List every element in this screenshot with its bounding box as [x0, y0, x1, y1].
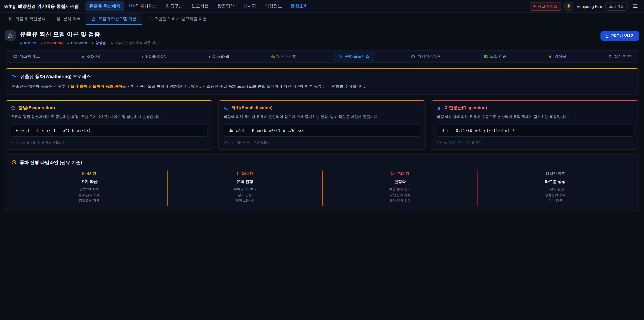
subtab-spill-analysis[interactable]: 유출유 확산분석	[3, 13, 51, 25]
stab-label: 앙상블	[554, 54, 566, 59]
badge-label: 앙상블	[96, 41, 106, 46]
droplet-icon	[437, 106, 442, 111]
weathering-description: 유출유는 해면에 유출된 직후부터 물리·화학·생물학적 풍화 과정을 거쳐 지…	[12, 83, 632, 89]
phase-detail: 장기 잔류	[482, 198, 628, 204]
hamburger-menu-button[interactable]	[631, 2, 640, 11]
page-titles: 유출유 확산 모델 이론 및 검증 ◆ KOSPS ● POSEIDON ● O…	[20, 30, 159, 46]
stab-label: KOSPS	[86, 54, 100, 59]
target-icon	[271, 54, 275, 58]
download-icon	[605, 34, 609, 38]
nav-item-emergency-rescue[interactable]: 긴급구난	[162, 1, 186, 11]
badge-label: OpenDrift	[71, 41, 87, 45]
phase-detail: 유막 급속 확대	[16, 192, 163, 198]
stab-model-validation[interactable]: 모델 검증	[479, 52, 511, 61]
bolt-icon	[548, 54, 552, 58]
stab-roadmap[interactable]: 발전 방향	[604, 52, 635, 61]
weathering-desc-highlight: 물리·화학·생물학적 풍화 과정	[70, 84, 122, 88]
check-badge-icon	[484, 54, 488, 58]
timeline-phase-4: 72시간 이후 타르볼 생성 타르볼 형성 생물분해 우세 장기 잔류	[477, 170, 632, 206]
stab-ensemble[interactable]: 앙상블	[544, 52, 571, 61]
stab-ocean-env-input[interactable]: 해양환경 입력	[407, 52, 446, 61]
process-cards: 증발(Evaporation) 유류의 경질 성분이 대기로 증발하는 과정. …	[5, 100, 639, 150]
stab-label: 시스템 개요	[19, 54, 40, 59]
weathering-title-text: 유출유 풍화(Weathering) 프로세스	[20, 74, 91, 80]
phase-details: 유화율 50-70% 점도 급증 체적 1.5-4배	[172, 186, 318, 204]
topbar: Wing 해양환경 위기대응 통합시스템 유출유 확산예측 HNS·대기확산 긴…	[0, 0, 644, 13]
nav-item-oil-spill-prediction[interactable]: 유출유 확산예측	[86, 1, 124, 11]
subtab-model-theory[interactable]: 유출유확산모델 이론	[86, 13, 142, 25]
phase-detail: 증발 20-30%	[16, 186, 163, 192]
phase-detail: 해안 표착 위험	[327, 198, 473, 204]
wave-icon	[12, 74, 17, 79]
stab-kosps[interactable]: ◆ KOSPS	[77, 52, 104, 61]
nav-item-weather-info[interactable]: 기상정보	[261, 1, 286, 11]
nav-item-aerial-search[interactable]: 항공탐색	[214, 1, 238, 11]
stab-particle-tracking[interactable]: 입자추적법	[266, 52, 301, 61]
phase-time: 6 - 24시간	[172, 171, 318, 176]
stab-weathering-process[interactable]: 풍화 프로세스	[334, 52, 374, 61]
circle-icon: ●	[67, 41, 69, 45]
sub-tabbar: 유출유 확산분석 분석 목록 유출유확산모델 이론 오일펜스 배치 알고리즘 이…	[0, 13, 644, 25]
badge-label: KOSPS	[24, 41, 36, 45]
stab-opendrift[interactable]: ● OpenDrift	[204, 52, 234, 61]
siren-icon	[534, 5, 536, 7]
nav-item-hns-air-dispersion[interactable]: HNS·대기확산	[126, 1, 161, 11]
subtab-label: 유출유 확산분석	[16, 16, 46, 22]
card-caption: x_i: 성분별 몰분율 / k_ei: 증발 속도상수	[11, 140, 207, 144]
phase-time: 24 - 72시간	[327, 171, 473, 176]
card-description: 유류의 경질 성분이 대기로 증발하는 과정. 유출 초기 수시간 내에 가장 …	[11, 114, 207, 120]
app-title: 해양환경 위기대응 통합시스템	[18, 3, 79, 9]
subtab-analysis-list[interactable]: 분석 목록	[51, 13, 86, 25]
badge-ensemble: ⚡ 앙상블	[92, 41, 106, 46]
pdf-export-button[interactable]: PDF 내보내기	[601, 31, 639, 41]
card-title-text: 유화(Emulsification)	[232, 105, 272, 111]
stab-system-overview[interactable]: 시스템 개요	[8, 52, 44, 61]
card-caption: Mackay 경험식 기반 분산율 계산	[437, 140, 633, 144]
wave-icon	[338, 54, 343, 59]
weathering-desc-after: 을 거쳐 지속적으로 특성이 변화합니다. WING 시스템은 주요 풍화 프로…	[122, 84, 365, 88]
nav-item-reports[interactable]: 보고자료	[188, 1, 212, 11]
phase-detail: 수중 분산 증가	[327, 186, 473, 192]
stab-label: 풍화 프로세스	[345, 54, 370, 59]
phase-details: 수중 분산 증가 자연분해 시작 해안 표착 위험	[327, 186, 473, 204]
section-tabs: 시스템 개요 ◆ KOSPS ● POSEIDON ● OpenDrift 입자…	[5, 50, 639, 63]
stab-label: 발전 방향	[614, 54, 631, 59]
logout-button[interactable]: 로그아웃	[606, 2, 628, 11]
phase-stage: 안정화	[327, 179, 473, 184]
ocean-cloud-icon	[411, 54, 415, 58]
nav-item-integrated-search[interactable]: 통합조회	[287, 1, 312, 11]
card-dispersion: 자연분산(Dispersion) 파랑 에너지에 의해 유류가 수중으로 분산되…	[431, 100, 639, 150]
diamond-icon: ◆	[82, 54, 84, 58]
stab-poseidon[interactable]: ● POSEIDON	[137, 52, 171, 61]
badge-label: POSEIDON	[44, 41, 63, 45]
page-title: 유출유 확산 모델 이론 및 검증	[20, 30, 159, 38]
phase-detail: 생물분해 우세	[482, 192, 628, 198]
circle-icon: ●	[142, 54, 144, 58]
subtab-label: 오일펜스 배치 알고리즘 이론	[154, 16, 207, 22]
notifications-button[interactable]	[564, 2, 573, 11]
stab-label: POSEIDON	[146, 54, 166, 59]
timeline-grid: 0 - 6시간 초기 확산 증발 20-30% 유막 급속 확대 중질유분 잔류…	[12, 170, 632, 206]
card-title-text: 자연분산(Dispersion)	[444, 105, 487, 111]
subtab-oil-boom-theory[interactable]: 오일펜스 배치 알고리즘 이론	[142, 13, 212, 25]
page-subtitle: 라그랑지안 입자추적 이론 기반	[110, 41, 159, 46]
card-dispersion-title: 자연분산(Dispersion)	[437, 105, 633, 111]
topbar-right: 사고 진행중 Eunjeong Kim 로그아웃	[530, 2, 640, 11]
app-root: Wing 해양환경 위기대응 통합시스템 유출유 확산예측 HNS·대기확산 긴…	[0, 0, 644, 320]
timeline-phase-3: 24 - 72시간 안정화 수중 분산 증가 자연분해 시작 해안 표착 위험	[322, 170, 477, 206]
incident-status-badge[interactable]: 사고 진행중	[530, 2, 561, 11]
phase-detail: 체적 1.5-4배	[172, 198, 318, 204]
phase-detail: 중질유분 잔류	[16, 198, 163, 204]
evaporation-formula: F_e(t) = Σ x_i·(1 - e^(-k_ei·t))	[11, 124, 207, 137]
phase-stage: 타르볼 생성	[482, 179, 628, 184]
phase-detail: 점도 급증	[172, 192, 318, 198]
bolt-icon: ⚡	[92, 41, 94, 45]
nav-item-board[interactable]: 게시판	[240, 1, 260, 11]
badge-opendrift: ● OpenDrift	[67, 41, 87, 45]
card-title-text: 증발(Evaporation)	[18, 105, 55, 111]
card-description: 파랑에 의해 해수가 유류에 혼입되어 점도가 크게 증가하는 현상. 방제 작…	[224, 114, 420, 120]
viewport: Wing 해양환경 위기대응 통합시스템 유출유 확산예측 HNS·대기확산 긴…	[0, 0, 644, 320]
app-brand: Wing 해양환경 위기대응 통합시스템	[4, 3, 79, 9]
boom-ring-icon	[147, 17, 152, 21]
card-emulsification-title: 유화(Emulsification)	[224, 105, 420, 111]
